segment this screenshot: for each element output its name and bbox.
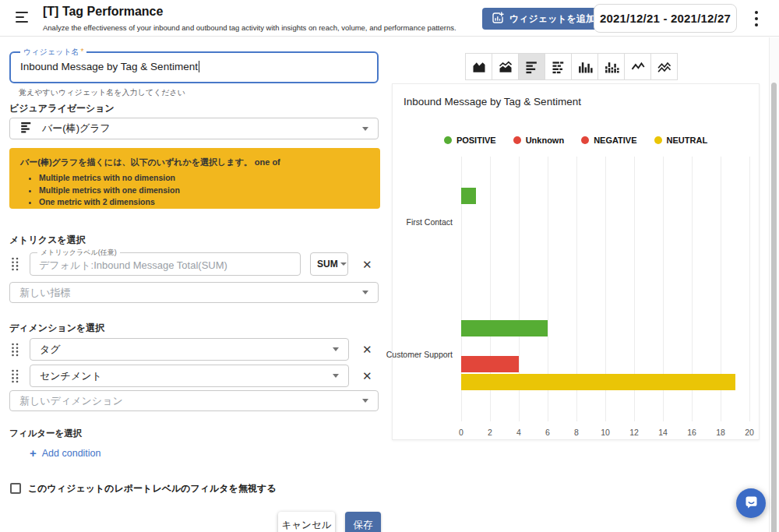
chart-type-column-icon[interactable]	[571, 53, 598, 80]
horizontal-bar-chart-icon	[19, 120, 33, 137]
scrollbar-thumb[interactable]	[771, 83, 777, 532]
remove-dimension-icon[interactable]: ✕	[362, 370, 372, 382]
metric-label-placeholder: デフォルト:Inbound Message Total(SUM)	[39, 259, 227, 273]
x-tick-label: 16	[676, 428, 707, 437]
legend-item: NEGATIVE	[581, 136, 636, 145]
chart-type-grouped-column-icon[interactable]	[597, 53, 625, 80]
chat-launcher-button[interactable]	[736, 488, 766, 518]
gridline	[749, 157, 750, 421]
bar-chart-plot: 02468101214161820First ContactCustomer S…	[461, 157, 749, 421]
ignore-report-filter-checkbox[interactable]	[10, 483, 21, 494]
x-tick-label: 6	[532, 428, 563, 437]
date-range-value: 2021/12/21 - 2021/12/27	[600, 12, 731, 25]
metrics-section-label: メトリクスを選択	[9, 234, 86, 247]
menu-icon[interactable]	[16, 12, 29, 23]
plus-icon: +	[30, 446, 37, 460]
add-widget-label: ウィジェットを追加	[509, 12, 595, 26]
add-widget-button[interactable]: ウィジェットを追加	[482, 8, 605, 30]
save-button[interactable]: 保存	[345, 512, 381, 532]
bar	[461, 320, 548, 336]
x-tick-label: 18	[705, 428, 736, 437]
date-range-picker[interactable]: 2021/12/21 - 2021/12/27	[594, 4, 737, 33]
add-condition-label: Add condition	[42, 448, 101, 459]
drag-handle-icon[interactable]	[11, 257, 19, 271]
drag-handle-icon[interactable]	[11, 369, 19, 383]
visualization-value: バー(棒)グラフ	[42, 122, 111, 136]
chart-preview-card: Inbound Message by Tag & Sentiment POSIT…	[392, 83, 760, 440]
new-metric-placeholder: 新しい指標	[19, 286, 71, 300]
alert-item: Multiple metrics with no dimension	[39, 173, 369, 182]
page-subtitle: Analyze the effectiveness of your inboun…	[43, 23, 456, 32]
widget-name-label: ウィジェット名*	[20, 47, 86, 58]
dimension-value: タグ	[40, 343, 61, 357]
chevron-down-icon	[362, 399, 368, 403]
chevron-down-icon	[340, 262, 347, 266]
remove-metric-icon[interactable]: ✕	[362, 259, 372, 270]
text-caret	[199, 61, 199, 72]
x-tick-label: 12	[619, 428, 650, 437]
chart-title: Inbound Message by Tag & Sentiment	[404, 96, 581, 107]
category-label: Customer Support	[379, 350, 453, 359]
chart-type-multi-line-icon[interactable]	[650, 53, 678, 80]
chart-type-grouped-horizontal-bar-icon[interactable]	[545, 53, 572, 80]
new-metric-select[interactable]: 新しい指標	[9, 282, 379, 303]
top-header: [T] Tag Performance Analyze the effectiv…	[0, 0, 779, 37]
bar	[461, 188, 476, 204]
legend-item: POSITIVE	[444, 136, 496, 145]
x-tick-label: 2	[474, 428, 506, 437]
ignore-report-filter-label: このウィジェットのレポートレベルのフィルタを無視する	[28, 482, 276, 495]
drag-handle-icon[interactable]	[11, 343, 19, 357]
dimension-select-sentiment[interactable]: センチメント	[30, 365, 349, 387]
cancel-button[interactable]: キャンセル	[278, 512, 335, 532]
legend-dot	[654, 136, 662, 144]
chart-legend: POSITIVE Unknown NEGATIVE NEUTRAL	[393, 136, 759, 145]
bar	[461, 356, 519, 372]
chevron-down-icon	[333, 347, 339, 351]
x-tick-label: 4	[503, 428, 534, 437]
add-condition-link[interactable]: + Add condition	[30, 446, 101, 460]
visualization-select[interactable]: バー(棒)グラフ	[9, 118, 379, 139]
remove-dimension-icon[interactable]: ✕	[362, 344, 372, 355]
new-dimension-select[interactable]: 新しいディメンション	[9, 390, 379, 411]
kebab-menu-icon[interactable]	[755, 11, 758, 26]
new-dimension-placeholder: 新しいディメンション	[19, 394, 123, 408]
legend-dot	[581, 136, 589, 144]
filters-section-label: フィルターを選択	[9, 428, 82, 439]
legend-item: Unknown	[513, 136, 565, 145]
legend-item: NEUTRAL	[654, 136, 708, 145]
bar	[461, 374, 735, 390]
metric-label-input[interactable]: メトリックラベル(任意) デフォルト:Inbound Message Total…	[30, 252, 301, 276]
page-title: [T] Tag Performance	[43, 5, 163, 19]
chat-bubble-icon	[743, 494, 760, 513]
alert-item: Multiple metrics with one dimension	[39, 185, 369, 195]
visualization-label: ビジュアライゼーション	[9, 102, 115, 115]
aggregation-value: SUM	[317, 259, 338, 270]
chart-type-stacked-area-icon[interactable]	[492, 53, 519, 80]
widget-add-icon	[492, 12, 504, 26]
chevron-down-icon	[362, 127, 368, 131]
x-tick-label: 20	[734, 428, 765, 437]
legend-dot	[444, 136, 452, 144]
widget-name-input[interactable]: ウィジェット名* Inbound Message by Tag & Sentim…	[9, 51, 379, 83]
x-tick-label: 14	[647, 428, 679, 437]
scrollbar-track	[769, 37, 779, 532]
category-label: First Contact	[379, 217, 453, 227]
chart-type-toolbar	[465, 53, 678, 80]
chart-type-horizontal-bar-icon[interactable]	[518, 53, 545, 80]
chart-type-area-icon[interactable]	[465, 53, 492, 80]
alert-item: One metric with 2 dimensions	[39, 197, 369, 206]
widget-name-value: Inbound Message by Tag & Sentiment	[20, 61, 198, 72]
aggregation-select[interactable]: SUM	[310, 252, 348, 276]
dimensions-section-label: ディメンションを選択	[9, 322, 104, 335]
x-tick-label: 10	[590, 428, 621, 437]
legend-dot	[513, 136, 521, 144]
dimension-value: センチメント	[40, 369, 102, 383]
chevron-down-icon	[333, 374, 339, 378]
dimension-select-tag[interactable]: タグ	[30, 338, 349, 361]
widget-name-helper: 覚えやすいウィジェット名を入力してください	[19, 87, 185, 98]
metric-label-caption: メトリックラベル(任意)	[37, 248, 120, 258]
alert-title: バー(棒)グラフを描くには、以下のいずれかを選択します。 one of	[20, 157, 369, 168]
required-asterisk: *	[80, 48, 83, 56]
bar-chart-requirements-alert: バー(棒)グラフを描くには、以下のいずれかを選択します。 one of Mult…	[9, 148, 380, 209]
chart-type-line-icon[interactable]	[624, 53, 651, 80]
